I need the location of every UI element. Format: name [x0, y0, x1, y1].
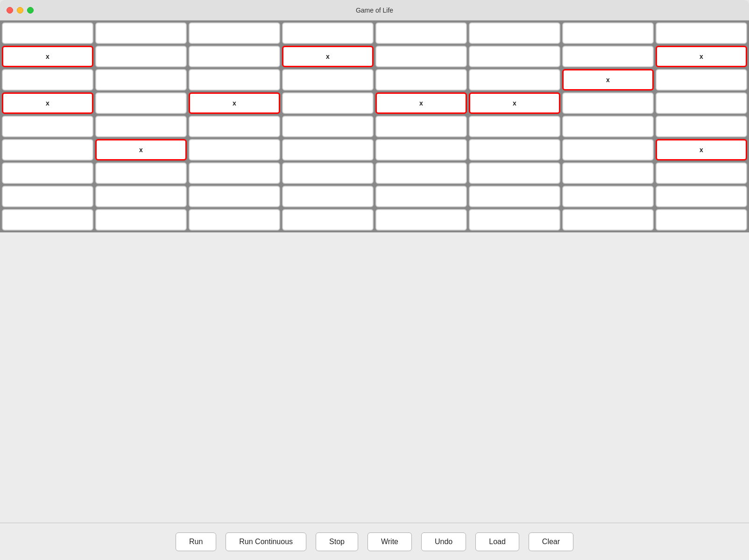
- window-title: Game of Life: [356, 7, 393, 14]
- cell-3-2[interactable]: x: [189, 92, 280, 114]
- cell-0-3[interactable]: [282, 22, 374, 44]
- cell-2-1[interactable]: [95, 69, 187, 91]
- cell-1-1[interactable]: [95, 46, 187, 67]
- undo-button[interactable]: Undo: [421, 532, 466, 551]
- clear-button[interactable]: Clear: [529, 532, 573, 551]
- cell-1-6[interactable]: [562, 46, 654, 67]
- cell-3-5[interactable]: x: [469, 92, 560, 114]
- run-continuous-button[interactable]: Run Continuous: [226, 532, 306, 551]
- cell-2-6[interactable]: x: [562, 69, 654, 91]
- cell-0-7[interactable]: [656, 22, 747, 44]
- cell-6-3[interactable]: [282, 162, 374, 184]
- cell-2-7[interactable]: [656, 69, 747, 91]
- cell-6-1[interactable]: [95, 162, 187, 184]
- cell-4-1[interactable]: [95, 116, 187, 137]
- cell-4-4[interactable]: [375, 116, 467, 137]
- cell-0-4[interactable]: [375, 22, 467, 44]
- cell-7-4[interactable]: [375, 186, 467, 207]
- cell-7-2[interactable]: [189, 186, 280, 207]
- cell-6-5[interactable]: [469, 162, 560, 184]
- cell-4-6[interactable]: [562, 116, 654, 137]
- cell-8-5[interactable]: [469, 209, 560, 231]
- cell-6-2[interactable]: [189, 162, 280, 184]
- cell-3-0[interactable]: x: [2, 92, 93, 114]
- cell-1-3[interactable]: x: [282, 46, 374, 67]
- cell-5-6[interactable]: [562, 139, 654, 161]
- cell-5-1[interactable]: x: [95, 139, 187, 161]
- cell-6-7[interactable]: [656, 162, 747, 184]
- cell-3-6[interactable]: [562, 92, 654, 114]
- cell-5-3[interactable]: [282, 139, 374, 161]
- cell-4-5[interactable]: [469, 116, 560, 137]
- cell-4-7[interactable]: [656, 116, 747, 137]
- cell-6-6[interactable]: [562, 162, 654, 184]
- cell-8-3[interactable]: [282, 209, 374, 231]
- cell-8-4[interactable]: [375, 209, 467, 231]
- cell-8-1[interactable]: [95, 209, 187, 231]
- close-button[interactable]: [7, 7, 13, 14]
- run-button[interactable]: Run: [176, 532, 216, 551]
- cell-7-0[interactable]: [2, 186, 93, 207]
- cell-6-0[interactable]: [2, 162, 93, 184]
- app-window: Game of Life xxxxxxxxxx Run Run Continuo…: [0, 0, 749, 560]
- cell-3-1[interactable]: [95, 92, 187, 114]
- cell-2-0[interactable]: [2, 69, 93, 91]
- cell-2-3[interactable]: [282, 69, 374, 91]
- cell-8-6[interactable]: [562, 209, 654, 231]
- cell-5-2[interactable]: [189, 139, 280, 161]
- cell-6-4[interactable]: [375, 162, 467, 184]
- cell-0-1[interactable]: [95, 22, 187, 44]
- cell-0-0[interactable]: [2, 22, 93, 44]
- cell-0-5[interactable]: [469, 22, 560, 44]
- cell-7-5[interactable]: [469, 186, 560, 207]
- write-button[interactable]: Write: [367, 532, 412, 551]
- cell-5-5[interactable]: [469, 139, 560, 161]
- cell-5-7[interactable]: x: [656, 139, 747, 161]
- cell-3-7[interactable]: [656, 92, 747, 114]
- cell-2-2[interactable]: [189, 69, 280, 91]
- cell-7-6[interactable]: [562, 186, 654, 207]
- cell-2-5[interactable]: [469, 69, 560, 91]
- cell-4-0[interactable]: [2, 116, 93, 137]
- cell-0-2[interactable]: [189, 22, 280, 44]
- cell-4-3[interactable]: [282, 116, 374, 137]
- cell-5-0[interactable]: [2, 139, 93, 161]
- cell-5-4[interactable]: [375, 139, 467, 161]
- cell-7-7[interactable]: [656, 186, 747, 207]
- toolbar: Run Run Continuous Stop Write Undo Load …: [0, 523, 749, 560]
- load-button[interactable]: Load: [475, 532, 519, 551]
- cell-8-7[interactable]: [656, 209, 747, 231]
- cell-1-0[interactable]: x: [2, 46, 93, 67]
- cell-7-3[interactable]: [282, 186, 374, 207]
- game-grid: xxxxxxxxxx: [0, 21, 749, 232]
- stop-button[interactable]: Stop: [316, 532, 358, 551]
- cell-1-4[interactable]: [375, 46, 467, 67]
- minimize-button[interactable]: [17, 7, 23, 14]
- cell-3-3[interactable]: [282, 92, 374, 114]
- cell-8-0[interactable]: [2, 209, 93, 231]
- traffic-lights: [7, 7, 34, 14]
- cell-1-5[interactable]: [469, 46, 560, 67]
- cell-0-6[interactable]: [562, 22, 654, 44]
- cell-7-1[interactable]: [95, 186, 187, 207]
- content-area: [0, 232, 749, 523]
- cell-8-2[interactable]: [189, 209, 280, 231]
- cell-3-4[interactable]: x: [375, 92, 467, 114]
- cell-4-2[interactable]: [189, 116, 280, 137]
- cell-1-2[interactable]: [189, 46, 280, 67]
- cell-1-7[interactable]: x: [656, 46, 747, 67]
- titlebar: Game of Life: [0, 0, 749, 21]
- cell-2-4[interactable]: [375, 69, 467, 91]
- maximize-button[interactable]: [27, 7, 34, 14]
